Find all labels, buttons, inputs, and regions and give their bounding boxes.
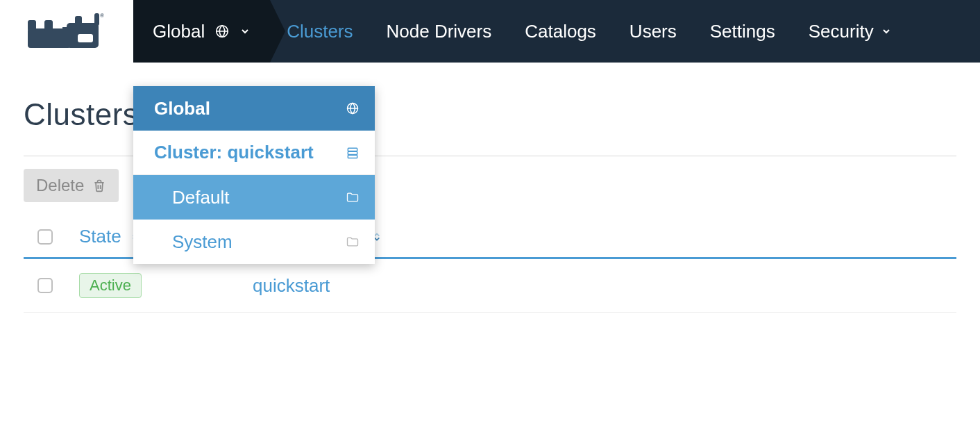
nav-item-label: Settings — [710, 21, 775, 42]
globe-icon — [214, 24, 230, 39]
nav-node-drivers[interactable]: Node Drivers — [370, 0, 509, 63]
cluster-name-link[interactable]: quickstart — [253, 275, 330, 297]
globe-icon — [346, 101, 360, 115]
dropdown-project-label: System — [172, 231, 233, 253]
svg-rect-2 — [44, 20, 53, 31]
status-badge: Active — [79, 273, 142, 298]
nav-item-label: Catalogs — [525, 21, 596, 42]
svg-rect-6 — [62, 27, 75, 42]
dropdown-global-label: Global — [154, 98, 210, 119]
delete-button[interactable]: Delete — [24, 169, 119, 202]
nav-catalogs[interactable]: Catalogs — [508, 0, 613, 63]
svg-rect-1 — [28, 20, 36, 31]
nav-links: Global Clusters Node Drivers Catalogs Us… — [133, 0, 980, 63]
column-state-label: State — [79, 226, 121, 247]
scope-label: Global — [153, 21, 205, 42]
server-icon — [346, 146, 360, 160]
navbar: ® Global Clusters Node Drivers Catalogs — [0, 0, 980, 63]
nav-settings[interactable]: Settings — [693, 0, 792, 63]
trash-icon — [92, 178, 106, 193]
dropdown-global[interactable]: Global — [133, 86, 375, 131]
folder-icon — [346, 190, 360, 204]
table-row: Active quickstart — [24, 259, 956, 313]
rancher-logo-icon: ® — [25, 10, 108, 52]
folder-icon — [346, 235, 360, 249]
svg-rect-7 — [78, 34, 93, 42]
nav-item-label: Node Drivers — [387, 21, 492, 42]
row-checkbox[interactable] — [37, 278, 53, 293]
svg-rect-5 — [94, 13, 99, 26]
dropdown-project-label: Default — [172, 187, 229, 208]
nav-item-label: Users — [630, 21, 677, 42]
scope-dropdown: Global Cluster: quickstart Default Syste… — [133, 86, 375, 264]
nav-item-label: Clusters — [287, 21, 353, 42]
select-all-checkbox[interactable] — [37, 229, 53, 245]
dropdown-cluster[interactable]: Cluster: quickstart — [133, 131, 375, 175]
nav-item-label: Security — [809, 21, 874, 42]
dropdown-project-default[interactable]: Default — [133, 175, 375, 220]
delete-button-label: Delete — [36, 176, 84, 195]
scope-selector[interactable]: Global — [133, 0, 270, 63]
svg-rect-12 — [348, 151, 357, 154]
nav-users[interactable]: Users — [613, 0, 693, 63]
svg-text:®: ® — [100, 13, 104, 19]
svg-rect-13 — [348, 155, 357, 158]
chevron-down-icon — [881, 26, 892, 37]
dropdown-project-system[interactable]: System — [133, 220, 375, 264]
dropdown-cluster-label: Cluster: quickstart — [154, 142, 314, 163]
nav-security[interactable]: Security — [792, 0, 909, 63]
svg-rect-4 — [75, 16, 82, 26]
logo[interactable]: ® — [0, 0, 133, 63]
svg-rect-11 — [348, 148, 357, 151]
chevron-down-icon — [239, 26, 251, 37]
